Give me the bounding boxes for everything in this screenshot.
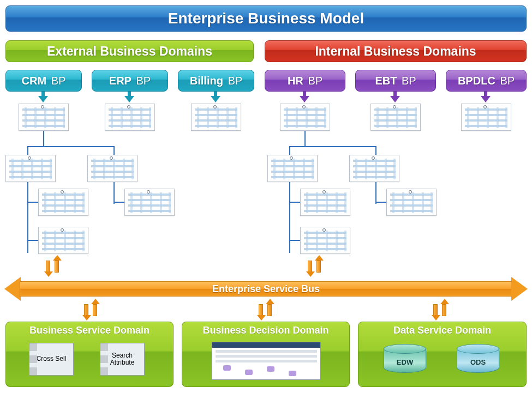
arrow-down-icon	[39, 95, 47, 100]
flow-thumbnail	[124, 189, 175, 216]
internal-heading: Internal Business Domains	[265, 40, 527, 62]
flow-thumbnail	[267, 155, 318, 182]
external-heading: External Business Domains	[5, 40, 254, 62]
flow-thumbnail	[461, 104, 511, 131]
bidirectional-arrow-icon	[258, 300, 274, 321]
decision-screenshot	[212, 342, 321, 380]
arrow-down-icon	[482, 95, 489, 100]
esb-label: Enterprise Service Bus	[212, 283, 320, 295]
title-bar: Enterprise Business Model	[5, 5, 527, 32]
bp-crm-suffix: BP	[51, 75, 66, 87]
bp-billing-suffix: BP	[228, 75, 242, 87]
bp-crm-name: CRM	[22, 75, 47, 87]
cylinder-ods-icon: ODS	[457, 344, 499, 377]
cylinder-edw-icon: EDW	[384, 344, 426, 377]
bidirectional-arrow-icon	[83, 300, 99, 321]
bp-crm: CRM BP	[5, 70, 82, 92]
flow-thumbnail	[38, 189, 88, 216]
bp-erp-suffix: BP	[136, 75, 151, 87]
enterprise-service-bus: Enterprise Service Bus	[5, 277, 527, 301]
bp-billing-name: Billing	[190, 75, 223, 87]
flow-thumbnail	[87, 155, 138, 182]
bp-bpdlc: BPDLC BP	[446, 70, 527, 92]
flow-thumbnail	[370, 104, 421, 131]
bp-hr-name: HR	[288, 75, 303, 87]
business-decision-domain-title: Business Decision Domain	[182, 322, 349, 336]
bidirectional-arrow-icon	[432, 300, 449, 321]
bp-ebt-name: EBT	[375, 75, 397, 87]
arrow-down-icon	[212, 95, 219, 100]
bp-ebt: EBT BP	[355, 70, 436, 92]
business-service-domain-title: Business Service Domain	[6, 322, 173, 336]
internal-heading-text: Internal Business Domains	[315, 44, 476, 59]
business-decision-domain: Business Decision Domain	[182, 322, 350, 387]
bp-hr: HR BP	[265, 70, 345, 92]
business-service-domain: Business Service Domain Cross Sell Searc…	[5, 322, 174, 387]
flow-thumbnail	[300, 189, 350, 216]
flow-thumbnail	[105, 104, 155, 131]
title-text: Enterprise Business Model	[168, 10, 364, 27]
flow-thumbnail	[191, 104, 241, 131]
flow-thumbnail	[5, 155, 56, 182]
bidirectional-arrow-icon	[307, 256, 323, 277]
enterprise-business-model-diagram: Enterprise Business Model External Busin…	[5, 5, 527, 400]
bp-bpdlc-suffix: BP	[500, 75, 515, 87]
service-tile-label: Search Attribute	[100, 352, 144, 366]
data-service-domain-title: Data Service Domain	[358, 322, 526, 336]
external-heading-text: External Business Domains	[47, 44, 212, 59]
bidirectional-arrow-icon	[45, 256, 61, 277]
flow-thumbnail	[349, 155, 399, 182]
flow-thumbnail	[19, 104, 69, 131]
service-tile-cross-sell: Cross Sell	[29, 343, 74, 376]
bp-hr-suffix: BP	[308, 75, 322, 87]
bp-ebt-suffix: BP	[402, 75, 416, 87]
flow-thumbnail	[38, 227, 88, 254]
arrow-down-icon	[391, 95, 399, 100]
bp-billing: Billing BP	[178, 70, 254, 92]
arrow-down-icon	[301, 95, 308, 100]
bp-erp-name: ERP	[109, 75, 131, 87]
service-tile-search-attribute: Search Attribute	[100, 343, 145, 376]
cylinder-edw-label: EDW	[384, 358, 426, 366]
flow-thumbnail	[300, 227, 350, 254]
bp-bpdlc-name: BPDLC	[458, 75, 495, 87]
bp-erp: ERP BP	[92, 70, 168, 92]
cylinder-ods-label: ODS	[457, 358, 499, 366]
service-tile-label: Cross Sell	[37, 355, 67, 362]
arrow-down-icon	[125, 95, 133, 100]
data-service-domain: Data Service Domain EDW ODS	[358, 322, 527, 387]
flow-thumbnail	[280, 104, 330, 131]
flow-thumbnail	[386, 189, 437, 216]
